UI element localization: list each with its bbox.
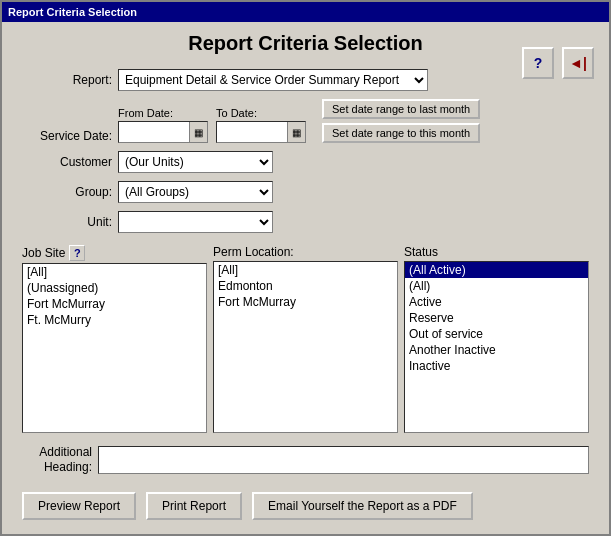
job-site-help-button[interactable]: ? xyxy=(69,245,85,261)
last-month-button[interactable]: Set date range to last month xyxy=(322,99,480,119)
list-item[interactable]: Reserve xyxy=(405,310,588,326)
customer-select[interactable]: (Our Units) xyxy=(118,151,273,173)
to-date-label: To Date: xyxy=(216,107,306,119)
list-item[interactable]: [All] xyxy=(214,262,397,278)
from-date-input[interactable] xyxy=(119,122,189,142)
status-header: Status xyxy=(404,245,438,259)
from-date-label: From Date: xyxy=(118,107,208,119)
this-month-button[interactable]: Set date range to this month xyxy=(322,123,480,143)
list-item[interactable]: Active xyxy=(405,294,588,310)
window-title: Report Criteria Selection xyxy=(8,6,137,18)
to-date-field[interactable]: ▦ xyxy=(216,121,306,143)
from-date-calendar-button[interactable]: ▦ xyxy=(189,122,207,142)
list-item[interactable]: Edmonton xyxy=(214,278,397,294)
job-site-list[interactable]: [All](Unassigned)Fort McMurrayFt. McMurr… xyxy=(22,263,207,433)
group-select[interactable]: (All Groups) xyxy=(118,181,273,203)
list-item[interactable]: Ft. McMurry xyxy=(23,312,206,328)
list-item[interactable]: Another Inactive xyxy=(405,342,588,358)
exit-icon: ◄| xyxy=(569,55,587,71)
to-date-calendar-button[interactable]: ▦ xyxy=(287,122,305,142)
exit-button[interactable]: ◄| xyxy=(562,47,594,79)
list-item[interactable]: (Unassigned) xyxy=(23,280,206,296)
additional-heading-label: Additional Heading: xyxy=(22,445,92,476)
unit-label: Unit: xyxy=(22,215,112,229)
to-date-input[interactable] xyxy=(217,122,287,142)
page-title: Report Criteria Selection xyxy=(22,32,589,55)
list-item[interactable]: Fort McMurray xyxy=(23,296,206,312)
print-report-button[interactable]: Print Report xyxy=(146,492,242,520)
help-button[interactable]: ? xyxy=(522,47,554,79)
customer-label: Customer xyxy=(22,155,112,169)
from-date-field[interactable]: ▦ xyxy=(118,121,208,143)
service-date-label: Service Date: xyxy=(22,129,112,143)
perm-location-header: Perm Location: xyxy=(213,245,294,259)
job-site-header: Job Site xyxy=(22,246,65,260)
list-item[interactable]: (All Active) xyxy=(405,262,588,278)
group-label: Group: xyxy=(22,185,112,199)
list-item[interactable]: Fort McMurray xyxy=(214,294,397,310)
list-item[interactable]: (All) xyxy=(405,278,588,294)
unit-select[interactable] xyxy=(118,211,273,233)
status-list[interactable]: (All Active)(All)ActiveReserveOut of ser… xyxy=(404,261,589,433)
additional-heading-input[interactable] xyxy=(98,446,589,474)
perm-location-list[interactable]: [All]EdmontonFort McMurray xyxy=(213,261,398,433)
email-report-button[interactable]: Email Yourself the Report as a PDF xyxy=(252,492,473,520)
list-item[interactable]: [All] xyxy=(23,264,206,280)
report-select[interactable]: Equipment Detail & Service Order Summary… xyxy=(118,69,428,91)
help-icon: ? xyxy=(534,55,543,71)
list-item[interactable]: Inactive xyxy=(405,358,588,374)
report-label: Report: xyxy=(22,73,112,87)
preview-report-button[interactable]: Preview Report xyxy=(22,492,136,520)
list-item[interactable]: Out of service xyxy=(405,326,588,342)
